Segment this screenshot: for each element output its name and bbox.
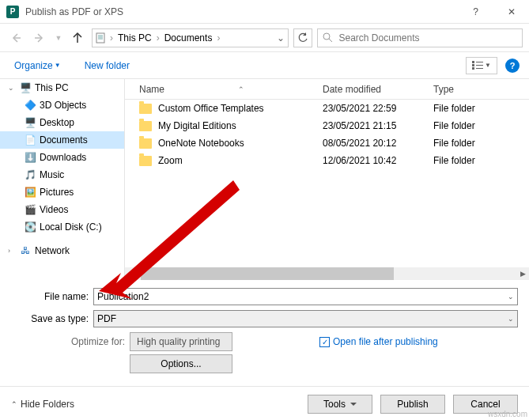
optimize-for-label: Optimize for:: [11, 336, 130, 347]
refresh-button[interactable]: [293, 28, 312, 47]
new-folder-button[interactable]: New folder: [80, 57, 134, 74]
column-headers: Name ⌃ Date modified Type: [125, 79, 529, 100]
file-date: 23/05/2021 22:59: [323, 103, 433, 114]
chevron-right-icon: ›: [215, 32, 221, 44]
close-button[interactable]: ✕: [493, 0, 529, 24]
horizontal-scrollbar[interactable]: ◀ ▶: [125, 267, 529, 280]
file-name: Custom Office Templates: [158, 103, 264, 114]
back-button[interactable]: [6, 28, 25, 47]
optimize-value-button[interactable]: High quality printing: [130, 332, 232, 351]
table-row[interactable]: Zoom12/06/2021 10:42File folder: [125, 152, 529, 169]
file-date: 23/05/2021 21:15: [323, 120, 433, 131]
refresh-icon: [297, 32, 308, 44]
forward-button[interactable]: [30, 28, 49, 47]
column-header-date[interactable]: Date modified: [323, 84, 433, 95]
chevron-down-icon[interactable]: ⌄: [508, 293, 514, 301]
publish-button[interactable]: Publish: [380, 395, 445, 414]
file-type: File folder: [433, 120, 529, 131]
open-after-checkbox[interactable]: ✓: [319, 337, 330, 347]
folder-icon: [139, 121, 152, 131]
breadcrumb-dropdown[interactable]: ⌄: [274, 32, 288, 44]
expand-caret-icon[interactable]: ⌄: [8, 84, 16, 92]
optimize-value: High quality printing: [137, 336, 220, 347]
column-header-name[interactable]: Name ⌃: [125, 84, 323, 95]
sidebar-item-thispc[interactable]: ⌄ 🖥️ This PC: [0, 79, 124, 96]
sidebar-item-network[interactable]: › 🖧 Network: [0, 242, 124, 259]
network-icon: 🖧: [19, 244, 32, 257]
search-box[interactable]: [317, 28, 523, 47]
column-header-type[interactable]: Type: [433, 84, 529, 95]
folder-icon: [139, 156, 152, 166]
pictures-icon: 🖼️: [24, 186, 36, 199]
help-titlebar-button[interactable]: ?: [458, 0, 493, 24]
search-icon: [323, 32, 333, 43]
file-name: My Digital Editions: [158, 120, 236, 131]
scroll-left-icon[interactable]: ◀: [125, 267, 138, 280]
svg-point-7: [323, 33, 330, 40]
file-name-field[interactable]: Publication2 ⌄: [93, 288, 518, 305]
sidebar-item-pictures[interactable]: 🖼️ Pictures: [0, 184, 124, 201]
document-location-icon: [95, 32, 106, 44]
publish-label: Publish: [397, 399, 428, 410]
chevron-down-icon: ▼: [485, 62, 491, 69]
file-type: File folder: [433, 103, 529, 114]
sidebar-item-documents[interactable]: 📄 Documents: [0, 131, 124, 149]
save-form: File name: Publication2 ⌄ Save as type: …: [0, 280, 529, 380]
help-button[interactable]: ?: [505, 59, 520, 73]
table-row[interactable]: OneNote Notebooks08/05/2021 20:12File fo…: [125, 134, 529, 152]
footer: ⌃ Hide Folders Tools Publish Cancel: [0, 386, 529, 420]
desktop-icon: 🖥️: [24, 116, 36, 129]
tools-menu[interactable]: Tools: [308, 395, 372, 414]
search-input[interactable]: [338, 32, 518, 44]
chevron-down-icon[interactable]: ⌄: [508, 315, 514, 323]
options-button[interactable]: Options...: [130, 354, 232, 373]
breadcrumb-seg-thispc[interactable]: This PC: [115, 32, 155, 44]
file-date: 08/05/2021 20:12: [323, 138, 433, 149]
svg-rect-10: [472, 64, 474, 66]
sidebar-item-downloads[interactable]: ⬇️ Downloads: [0, 149, 124, 166]
sort-caret-icon: ⌃: [238, 85, 244, 93]
save-type-value: PDF: [97, 313, 116, 324]
scrollbar-thumb[interactable]: [141, 267, 394, 280]
recent-dropdown[interactable]: ▼: [54, 28, 63, 47]
sidebar-item-localdisk[interactable]: 💽 Local Disk (C:): [0, 218, 124, 236]
main-area: ⌄ 🖥️ This PC 🔷 3D Objects 🖥️ Desktop 📄 D…: [0, 79, 529, 280]
disk-icon: 💽: [24, 221, 36, 233]
sidebar: ⌄ 🖥️ This PC 🔷 3D Objects 🖥️ Desktop 📄 D…: [0, 79, 125, 280]
scroll-right-icon[interactable]: ▶: [516, 267, 529, 280]
table-row[interactable]: My Digital Editions23/05/2021 21:15File …: [125, 117, 529, 134]
breadcrumb-seg-documents[interactable]: Documents: [161, 32, 216, 44]
pc-icon: 🖥️: [19, 81, 32, 94]
hide-folders-label: Hide Folders: [21, 399, 74, 410]
sidebar-label: This PC: [35, 82, 69, 93]
breadcrumb[interactable]: › This PC › Documents › ⌄: [92, 28, 289, 47]
sidebar-item-desktop[interactable]: 🖥️ Desktop: [0, 114, 124, 131]
arrow-left-icon: [9, 32, 22, 44]
chevron-right-icon: ›: [108, 32, 115, 44]
nav-row: ▼ › This PC › Documents › ⌄: [0, 24, 529, 52]
expand-caret-icon[interactable]: ›: [8, 247, 16, 255]
hide-folders-toggle[interactable]: ⌃ Hide Folders: [11, 399, 74, 410]
watermark: wsxdn.com: [488, 410, 527, 418]
up-button[interactable]: [68, 28, 87, 47]
chevron-down-icon: ▼: [55, 62, 61, 69]
organize-menu[interactable]: Organize ▼: [9, 57, 66, 74]
save-type-field[interactable]: PDF ⌄: [93, 310, 518, 327]
svg-rect-3: [96, 33, 104, 43]
file-name: OneNote Notebooks: [158, 138, 244, 149]
svg-rect-11: [472, 67, 474, 70]
sidebar-item-videos[interactable]: 🎬 Videos: [0, 201, 124, 218]
toolbar: Organize ▼ New folder ▼ ?: [0, 52, 529, 79]
titlebar: P Publish as PDF or XPS ? ✕: [0, 0, 529, 24]
sidebar-item-music[interactable]: 🎵 Music: [0, 166, 124, 184]
sidebar-item-3dobjects[interactable]: 🔷 3D Objects: [0, 96, 124, 114]
file-list: Name ⌃ Date modified Type Custom Office …: [125, 79, 529, 280]
open-after-label[interactable]: Open file after publishing: [333, 336, 438, 347]
table-row[interactable]: Custom Office Templates23/05/2021 22:59F…: [125, 100, 529, 117]
view-mode-button[interactable]: ▼: [466, 57, 497, 74]
new-folder-label: New folder: [85, 60, 130, 71]
file-name-value: Publication2: [97, 291, 149, 302]
sidebar-label: Pictures: [40, 187, 74, 198]
sidebar-label: Videos: [40, 204, 68, 215]
save-type-label: Save as type:: [11, 313, 93, 324]
